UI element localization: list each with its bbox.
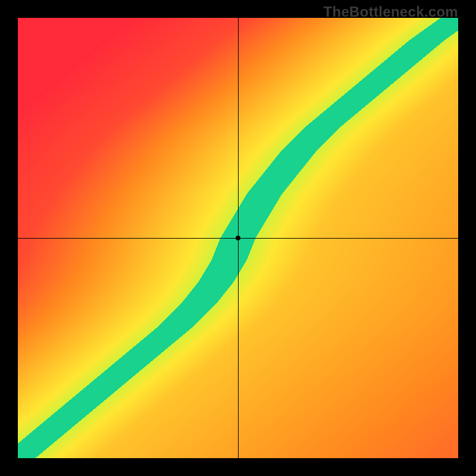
watermark-text: TheBottleneck.com <box>324 4 458 20</box>
heatmap-plot <box>18 18 458 458</box>
marker-dot <box>236 236 240 240</box>
chart-frame: TheBottleneck.com <box>0 0 476 476</box>
